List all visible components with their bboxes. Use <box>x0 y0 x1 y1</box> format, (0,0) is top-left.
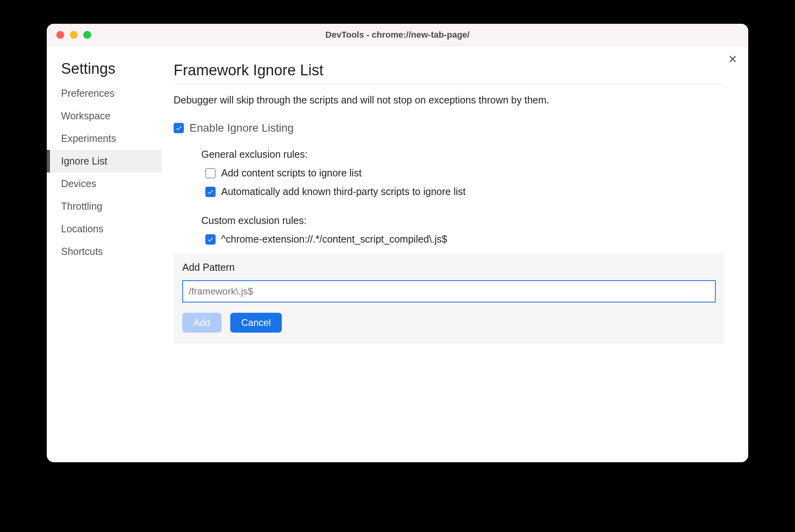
add-pattern-label: Add Pattern <box>182 262 716 273</box>
window-title: DevTools - chrome://new-tab-page/ <box>47 30 748 40</box>
page-description: Debugger will skip through the scripts a… <box>174 94 724 106</box>
custom-rule-row: ^chrome-extension://.*/content_script_co… <box>201 233 724 245</box>
add-pattern-button-row: Add Cancel <box>182 313 716 333</box>
close-window-light[interactable] <box>56 31 64 39</box>
traffic-lights <box>56 31 91 39</box>
custom-rule-label: ^chrome-extension://.*/content_script_co… <box>221 233 447 245</box>
content-scripts-row: Add content scripts to ignore list <box>201 167 724 179</box>
custom-exclusion-section: Custom exclusion rules: ^chrome-extensio… <box>201 215 724 245</box>
sidebar-item-shortcuts[interactable]: Shortcuts <box>47 240 162 263</box>
custom-exclusion-heading: Custom exclusion rules: <box>201 215 724 226</box>
enable-ignore-listing-checkbox[interactable] <box>174 123 184 133</box>
cancel-button[interactable]: Cancel <box>230 313 282 333</box>
sidebar-item-devices[interactable]: Devices <box>47 172 162 195</box>
third-party-scripts-checkbox[interactable] <box>205 187 216 197</box>
sidebar-item-throttling[interactable]: Throttling <box>47 195 162 218</box>
content-scripts-label: Add content scripts to ignore list <box>221 167 361 179</box>
check-icon <box>175 124 182 132</box>
pattern-input[interactable] <box>182 280 716 302</box>
settings-sidebar: Settings Preferences Workspace Experimen… <box>47 46 162 462</box>
window-body: ✕ Settings Preferences Workspace Experim… <box>47 46 748 462</box>
custom-rule-checkbox[interactable] <box>205 234 216 245</box>
sidebar-heading: Settings <box>47 60 162 82</box>
devtools-settings-window: DevTools - chrome://new-tab-page/ ✕ Sett… <box>47 24 748 462</box>
enable-ignore-listing-row: Enable Ignore Listing <box>174 122 724 134</box>
close-settings-button[interactable]: ✕ <box>728 54 737 65</box>
sidebar-item-preferences[interactable]: Preferences <box>47 82 162 105</box>
sidebar-item-workspace[interactable]: Workspace <box>47 105 162 127</box>
maximize-window-light[interactable] <box>83 31 91 39</box>
third-party-scripts-label: Automatically add known third-party scri… <box>221 186 466 197</box>
check-icon <box>207 188 214 195</box>
add-button[interactable]: Add <box>182 313 222 333</box>
general-exclusion-heading: General exclusion rules: <box>201 149 724 160</box>
sidebar-item-locations[interactable]: Locations <box>47 218 162 240</box>
content-scripts-checkbox[interactable] <box>205 168 216 178</box>
minimize-window-light[interactable] <box>70 31 78 39</box>
add-pattern-panel: Add Pattern Add Cancel <box>174 254 724 344</box>
sidebar-item-ignore-list[interactable]: Ignore List <box>47 150 162 172</box>
general-exclusion-section: General exclusion rules: Add content scr… <box>174 149 724 245</box>
check-icon <box>207 236 214 243</box>
titlebar: DevTools - chrome://new-tab-page/ <box>47 24 748 46</box>
page-title: Framework Ignore List <box>174 62 724 85</box>
enable-ignore-listing-label: Enable Ignore Listing <box>189 122 294 134</box>
settings-content: Framework Ignore List Debugger will skip… <box>162 46 748 462</box>
sidebar-item-experiments[interactable]: Experiments <box>47 127 162 150</box>
third-party-scripts-row: Automatically add known third-party scri… <box>201 186 724 197</box>
